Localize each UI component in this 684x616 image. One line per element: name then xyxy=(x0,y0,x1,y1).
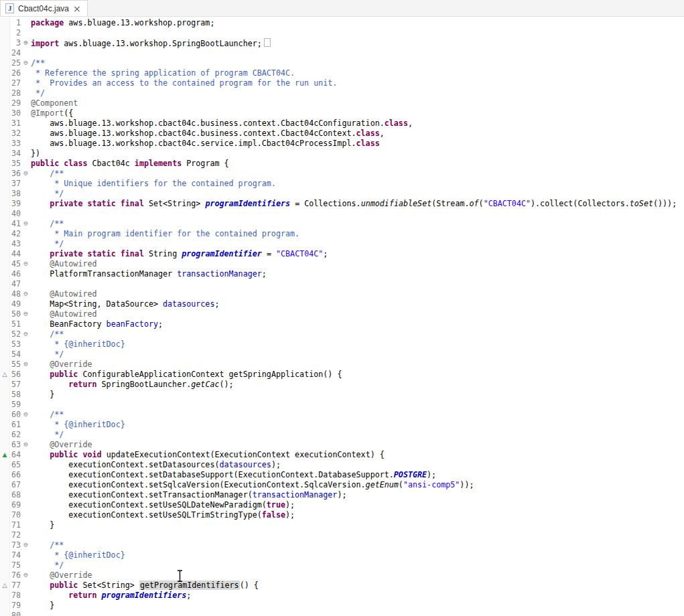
code-line[interactable]: 30@Import({ xyxy=(0,108,684,119)
code-line[interactable]: 28 */ xyxy=(0,88,684,98)
override-marker-icon[interactable]: ▲ xyxy=(0,450,9,460)
code-line[interactable]: 46 PlatformTransactionManager transactio… xyxy=(0,269,684,279)
code-line[interactable]: 43 */ xyxy=(0,239,684,249)
code-line[interactable]: 80 xyxy=(0,611,684,616)
code-line[interactable]: 2 xyxy=(0,28,684,38)
fold-cell xyxy=(21,129,31,139)
code-segment: static xyxy=(87,199,115,208)
folded-region-box xyxy=(264,38,271,47)
code-line[interactable]: 69 executionContext.setUseSQLDateNewPara… xyxy=(0,500,684,510)
code-line[interactable]: 37 * Unique identifiers for the containe… xyxy=(0,179,684,189)
code-line[interactable]: 51 BeanFactory beanFactory; xyxy=(0,319,684,329)
override-marker-icon[interactable]: △ xyxy=(0,581,9,591)
code-line[interactable]: 39 private static final Set<String> prog… xyxy=(0,199,684,209)
code-line[interactable]: 63⊖ @Override xyxy=(0,440,684,450)
code-line[interactable]: 76⊖ @Override xyxy=(0,570,684,581)
fold-minus-icon[interactable]: ⊖ xyxy=(21,570,31,581)
code-line[interactable]: 24 xyxy=(0,48,684,58)
code-line[interactable]: 38 */ xyxy=(0,189,684,199)
code-line[interactable]: 58 } xyxy=(0,390,684,400)
code-line[interactable]: 40 xyxy=(0,209,684,219)
code-line[interactable]: 59 xyxy=(0,400,684,410)
fold-cell xyxy=(21,601,31,611)
line-number: 37 xyxy=(9,179,21,189)
marker-cell xyxy=(0,48,9,58)
code-line[interactable]: 72 xyxy=(0,530,684,540)
fold-minus-icon[interactable]: ⊖ xyxy=(21,219,31,229)
code-line[interactable]: △56 public ConfigurableApplicationContex… xyxy=(0,370,684,380)
code-text: executionContext.setUseSQLTrimStringType… xyxy=(31,510,684,520)
fold-minus-icon[interactable]: ⊖ xyxy=(21,410,31,420)
code-line[interactable]: 27 * Provides an access to the contained… xyxy=(0,78,684,88)
code-line[interactable]: 67 executionContext.setSqlcaVersion(Exec… xyxy=(0,480,684,490)
fold-minus-icon[interactable]: ⊖ xyxy=(21,360,31,370)
code-line[interactable]: 75 */ xyxy=(0,560,684,570)
code-line[interactable]: △77 public Set<String> getProgramIdentif… xyxy=(0,581,684,591)
code-line[interactable]: 45⊖ @Autowired xyxy=(0,259,684,269)
code-line[interactable]: 70 executionContext.setUseSQLTrimStringT… xyxy=(0,510,684,520)
fold-minus-icon[interactable]: ⊖ xyxy=(21,259,31,269)
marker-cell xyxy=(0,259,9,269)
code-line[interactable]: 25⊖/** xyxy=(0,58,684,68)
code-line[interactable]: 36⊖ /** xyxy=(0,169,684,179)
code-line[interactable]: 33 aws.bluage.13.workshop.cbact04c.servi… xyxy=(0,139,684,149)
code-line[interactable]: 48⊖ @Autowired xyxy=(0,289,684,299)
code-line[interactable]: 79 } xyxy=(0,601,684,611)
fold-minus-icon[interactable]: ⊖ xyxy=(21,440,31,450)
code-line[interactable]: 55⊖ @Override xyxy=(0,360,684,370)
code-line[interactable]: 74 * {@inheritDoc} xyxy=(0,550,684,560)
code-line[interactable]: 78 return programIdentifiers; xyxy=(0,591,684,601)
marker-cell xyxy=(0,108,9,119)
code-line[interactable]: 52⊖ /** xyxy=(0,329,684,339)
code-line[interactable]: 71 } xyxy=(0,520,684,530)
fold-minus-icon[interactable]: ⊖ xyxy=(21,169,31,179)
code-segment: public xyxy=(50,581,78,590)
code-line[interactable]: 35public class Cbact04c implements Progr… xyxy=(0,159,684,169)
code-line[interactable]: 53 * {@inheritDoc} xyxy=(0,339,684,350)
code-line[interactable]: 54 */ xyxy=(0,350,684,360)
code-line[interactable]: 29@Component xyxy=(0,98,684,108)
code-line[interactable]: 66 executionContext.setDatabaseSupport(E… xyxy=(0,470,684,480)
code-segment xyxy=(97,591,102,600)
code-line[interactable]: 60⊖ /** xyxy=(0,410,684,420)
fold-minus-icon[interactable]: ⊖ xyxy=(21,309,31,319)
override-marker-icon[interactable]: △ xyxy=(0,370,9,380)
code-line[interactable]: 26 * Reference the spring application of… xyxy=(0,68,684,78)
code-line[interactable]: ▲64 public void updateExecutionContext(E… xyxy=(0,450,684,460)
marker-cell xyxy=(0,530,9,540)
tab-cbact04c-java[interactable]: J Cbact04c.java × xyxy=(0,0,88,16)
code-segment xyxy=(31,370,50,379)
close-icon[interactable]: × xyxy=(73,5,81,13)
code-line[interactable]: 73⊖ /** xyxy=(0,540,684,550)
line-number: 60 xyxy=(9,410,21,420)
fold-plus-icon[interactable]: ⊕ xyxy=(21,38,31,48)
fold-minus-icon[interactable]: ⊖ xyxy=(21,58,31,68)
code-line[interactable]: 50⊖ @Autowired xyxy=(0,309,684,319)
line-number: 28 xyxy=(9,88,21,98)
fold-minus-icon[interactable]: ⊖ xyxy=(21,540,31,550)
code-segment: return xyxy=(68,380,96,389)
code-line[interactable]: 32 aws.bluage.13.workshop.cbact04c.busin… xyxy=(0,129,684,139)
code-line[interactable]: 62 */ xyxy=(0,430,684,440)
code-line[interactable]: 57 return SpringBootLauncher.getCac(); xyxy=(0,380,684,390)
code-line[interactable]: 34}) xyxy=(0,149,684,159)
fold-cell xyxy=(21,209,31,219)
code-line[interactable]: 42 * Main program identifier for the con… xyxy=(0,229,684,239)
code-line[interactable]: 31 aws.bluage.13.workshop.cbact04c.busin… xyxy=(0,119,684,129)
code-editor[interactable]: 1package aws.bluage.13.workshop.program;… xyxy=(0,17,684,616)
marker-cell xyxy=(0,570,9,581)
code-line[interactable]: 1package aws.bluage.13.workshop.program; xyxy=(0,18,684,28)
code-line[interactable]: 3⊕import aws.bluage.13.workshop.SpringBo… xyxy=(0,38,684,48)
code-segment: getProgramIdentifiers xyxy=(139,581,240,590)
code-line[interactable]: 61 * {@inheritDoc} xyxy=(0,420,684,430)
code-line[interactable]: 49 Map<String, DataSource> datasources; xyxy=(0,299,684,309)
code-line[interactable]: 47 xyxy=(0,279,684,289)
marker-cell xyxy=(0,430,9,440)
code-line[interactable]: 41⊖ /** xyxy=(0,219,684,229)
fold-cell xyxy=(21,299,31,309)
code-line[interactable]: 65 executionContext.setDatasources(datas… xyxy=(0,460,684,470)
code-line[interactable]: 44 private static final String programId… xyxy=(0,249,684,259)
code-line[interactable]: 68 executionContext.setTransactionManage… xyxy=(0,490,684,500)
fold-minus-icon[interactable]: ⊖ xyxy=(21,289,31,299)
fold-minus-icon[interactable]: ⊖ xyxy=(21,329,31,339)
